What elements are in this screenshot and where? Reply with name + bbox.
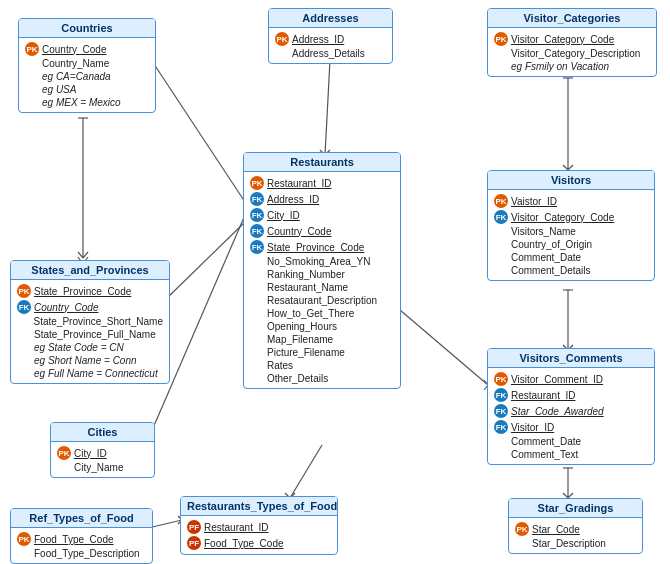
field-row: FK Address_ID [250, 191, 394, 207]
svg-line-28 [290, 445, 322, 498]
field-name: Food_Type_Description [34, 548, 140, 559]
entity-ref-types-food-body: PK Food_Type_Code Food_Type_Description [11, 528, 152, 563]
fk-badge: FK [250, 240, 264, 254]
field-row: Other_Details [250, 372, 394, 385]
entity-restaurants: Restaurants PK Restaurant_ID FK Address_… [243, 152, 401, 389]
entity-addresses-body: PK Address_ID Address_Details [269, 28, 392, 63]
field-name: Resataurant_Description [267, 295, 377, 306]
entity-cities-body: PK City_ID City_Name [51, 442, 154, 477]
pk-badge: PK [25, 42, 39, 56]
field-name: Opening_Hours [267, 321, 337, 332]
field-name: How_to_Get_There [267, 308, 354, 319]
field-name: City_ID [74, 448, 107, 459]
pf-badge: PF [187, 520, 201, 534]
entity-ref-types-food-header: Ref_Types_of_Food [11, 509, 152, 528]
field-row: PK Country_Code [25, 41, 149, 57]
field-name: No_Smoking_Area_YN [267, 256, 370, 267]
field-name: eg MEX = Mexico [42, 97, 121, 108]
field-row: Comment_Date [494, 435, 648, 448]
entity-restaurants-header: Restaurants [244, 153, 400, 172]
pk-badge: PK [275, 32, 289, 46]
field-name: eg USA [42, 84, 76, 95]
field-row: Ranking_Number [250, 268, 394, 281]
field-row: State_Province_Full_Name [17, 328, 163, 341]
svg-line-9 [325, 60, 330, 155]
field-name: City_Name [74, 462, 123, 473]
field-row: eg State Code = CN [17, 341, 163, 354]
pk-badge: PK [17, 284, 31, 298]
field-row: Country_of_Origin [494, 238, 648, 251]
field-row: City_Name [57, 461, 148, 474]
field-row: eg Fsmily on Vacation [494, 60, 650, 73]
field-name: Visitor_Category_Description [511, 48, 640, 59]
entity-visitors: Visitors PK Vaistor_ID FK Visitor_Catego… [487, 170, 655, 281]
fk-badge: FK [250, 192, 264, 206]
field-name: eg State Code = CN [34, 342, 124, 353]
field-row: PK Star_Code [515, 521, 636, 537]
entity-countries-body: PK Country_Code Country_Name eg CA=Canad… [19, 38, 155, 112]
field-name: eg CA=Canada [42, 71, 111, 82]
field-row: eg Short Name = Conn [17, 354, 163, 367]
field-row: PK State_Province_Code [17, 283, 163, 299]
entity-ref-types-food: Ref_Types_of_Food PK Food_Type_Code Food… [10, 508, 153, 564]
field-name: Address_Details [292, 48, 365, 59]
entity-visitors-comments-header: Visitors_Comments [488, 349, 654, 368]
svg-line-6 [148, 55, 245, 202]
field-name: Rates [267, 360, 293, 371]
field-name: Country_Code [34, 302, 98, 313]
field-row: PK Food_Type_Code [17, 531, 146, 547]
field-name: Comment_Text [511, 449, 578, 460]
svg-line-13 [400, 310, 488, 385]
field-name: Visitor_ID [511, 422, 554, 433]
field-row: PK City_ID [57, 445, 148, 461]
entity-visitors-body: PK Vaistor_ID FK Visitor_Category_Code V… [488, 190, 654, 280]
field-name: Restaurant_ID [267, 178, 331, 189]
pf-badge: PF [187, 536, 201, 550]
fk-badge: FK [494, 420, 508, 434]
field-row: State_Province_Short_Name [17, 315, 163, 328]
pk-badge: PK [250, 176, 264, 190]
field-name: Food_Type_Code [204, 538, 284, 549]
field-name: Star_Code_Awarded [511, 406, 604, 417]
field-row: Comment_Date [494, 251, 648, 264]
field-name: Map_Filename [267, 334, 333, 345]
field-row: Star_Description [515, 537, 636, 550]
field-name: Restaurant_ID [204, 522, 268, 533]
field-row: Picture_Filename [250, 346, 394, 359]
field-row: FK City_ID [250, 207, 394, 223]
field-row: Comment_Text [494, 448, 648, 461]
field-name: Country_Code [267, 226, 331, 237]
fk-badge: FK [17, 300, 31, 314]
field-row: Comment_Details [494, 264, 648, 277]
field-row: eg CA=Canada [25, 70, 149, 83]
field-name: City_ID [267, 210, 300, 221]
fk-badge: FK [250, 224, 264, 238]
field-name: eg Full Name = Connecticut [34, 368, 158, 379]
pk-badge: PK [494, 194, 508, 208]
entity-restaurants-types-food-body: PF Restaurant_ID PF Food_Type_Code [181, 516, 337, 554]
field-row: PF Food_Type_Code [187, 535, 331, 551]
field-name: State_Province_Short_Name [33, 316, 163, 327]
field-row: eg MEX = Mexico [25, 96, 149, 109]
entity-countries: Countries PK Country_Code Country_Name e… [18, 18, 156, 113]
svg-line-31 [148, 520, 182, 528]
field-row: Country_Name [25, 57, 149, 70]
entity-countries-header: Countries [19, 19, 155, 38]
pk-badge: PK [57, 446, 71, 460]
diagram-container: Countries PK Country_Code Country_Name e… [0, 0, 670, 564]
field-name: Food_Type_Code [34, 534, 114, 545]
field-name: Comment_Date [511, 436, 581, 447]
field-row: FK Restaurant_ID [494, 387, 648, 403]
field-name: Restaurant_ID [511, 390, 575, 401]
pk-badge: PK [494, 32, 508, 46]
field-row: FK Visitor_Category_Code [494, 209, 648, 225]
pk-badge: PK [17, 532, 31, 546]
field-row: PK Vaistor_ID [494, 193, 648, 209]
field-row: Restaurant_Name [250, 281, 394, 294]
field-name: Visitor_Comment_ID [511, 374, 603, 385]
entity-addresses: Addresses PK Address_ID Address_Details [268, 8, 393, 64]
entity-restaurants-types-food: Restaurants_Types_of_Food PF Restaurant_… [180, 496, 338, 555]
field-name: Country_of_Origin [511, 239, 592, 250]
entity-cities-header: Cities [51, 423, 154, 442]
svg-line-7 [165, 222, 245, 300]
